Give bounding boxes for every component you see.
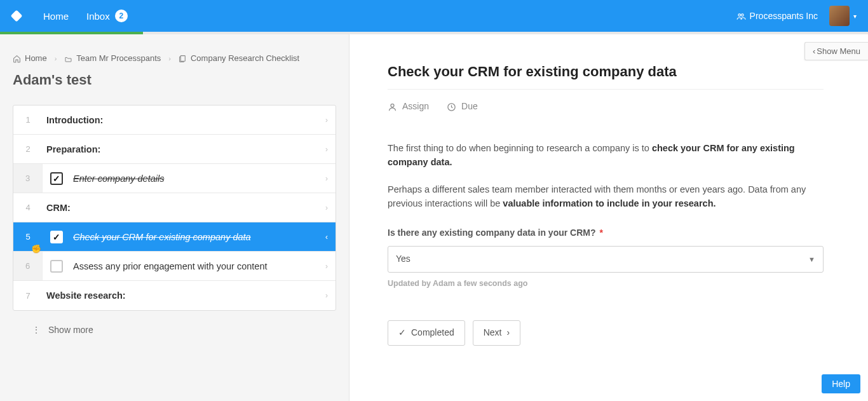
chevron-left-icon: ‹: [325, 233, 328, 241]
breadcrumb-template-label: Company Research Checklist: [191, 53, 299, 63]
help-label: Help: [832, 379, 850, 389]
breadcrumb-home[interactable]: Home: [13, 53, 47, 63]
nav-home-label: Home: [43, 11, 69, 22]
org-icon: [736, 11, 746, 21]
help-button[interactable]: Help: [822, 374, 860, 393]
next-button[interactable]: Next ›: [473, 320, 520, 346]
step-number: 2: [13, 144, 43, 154]
detail-title: Check your CRM for existing company data: [388, 64, 824, 90]
show-menu-label: Show Menu: [817, 46, 860, 56]
right-panel: ‹ Show Menu Check your CRM for existing …: [349, 34, 868, 401]
clock-icon: [447, 101, 456, 112]
breadcrumb-template[interactable]: Company Research Checklist: [179, 53, 299, 63]
assign-button[interactable]: Assign: [388, 101, 429, 112]
folder-icon: [64, 53, 72, 63]
inbox-count-badge: 2: [115, 10, 128, 22]
top-bar: Home Inbox 2 Processpants Inc ▾: [0, 0, 868, 32]
chevron-right-icon: ›: [55, 55, 57, 62]
chevron-down-icon: ▼: [808, 254, 815, 265]
chevron-left-icon: ‹: [813, 46, 815, 56]
chevron-right-icon: ›: [325, 116, 328, 125]
chevron-right-icon: ›: [325, 174, 328, 183]
step-label: Introduction:: [43, 115, 325, 125]
nav-inbox-label: Inbox: [86, 11, 110, 22]
svg-point-4: [391, 104, 394, 107]
svg-rect-0: [11, 10, 23, 22]
breadcrumb-team-label: Team Mr Processpants: [76, 53, 161, 63]
svg-point-1: [738, 14, 741, 17]
assign-label: Assign: [402, 101, 429, 111]
chevron-right-icon: ›: [325, 291, 328, 300]
step-preparation[interactable]: 2 Preparation: ›: [13, 135, 336, 164]
text-span: The first thing to do when beginning to …: [388, 143, 652, 153]
nav-inbox[interactable]: Inbox 2: [86, 10, 128, 22]
step-enter-company[interactable]: 3 Enter company details ›: [13, 164, 336, 193]
checklist: 1 Introduction: › 2 Preparation: › 3 Ent…: [13, 105, 336, 311]
field-meta: Updated by Adam a few seconds ago: [388, 278, 824, 290]
step-number: 7: [13, 291, 43, 301]
detail-panel: Check your CRM for existing company data…: [349, 34, 868, 346]
detail-paragraph: Perhaps a different sales team member in…: [388, 182, 824, 211]
avatar[interactable]: [829, 6, 850, 26]
template-icon: [179, 53, 187, 63]
nav-home[interactable]: Home: [43, 11, 69, 22]
step-crm[interactable]: 4 CRM: ›: [13, 193, 336, 222]
step-website-research[interactable]: 7 Website research: ›: [13, 281, 336, 310]
text-bold: valuable information to include in your …: [503, 198, 715, 208]
svg-rect-3: [180, 56, 185, 62]
step-label: Website research:: [43, 290, 325, 301]
select-value: Yes: [396, 252, 410, 266]
app-logo[interactable]: [9, 8, 24, 24]
step-assess-engagement[interactable]: 6 Assess any prior engagement with your …: [13, 252, 336, 281]
check-icon: ✓: [398, 326, 406, 340]
field-label: Is there any existing company data in yo…: [388, 226, 824, 240]
chevron-right-icon: ›: [507, 326, 510, 340]
chevron-right-icon: ›: [325, 262, 328, 271]
show-menu-button[interactable]: ‹ Show Menu: [804, 42, 868, 60]
show-more-button[interactable]: ⋮ Show more: [32, 325, 336, 335]
chevron-right-icon: ›: [168, 55, 171, 62]
breadcrumb: Home › Team Mr Processpants › Company Re…: [13, 53, 336, 63]
action-buttons: ✓ Completed Next ›: [388, 320, 824, 346]
step-number: 6: [13, 252, 43, 280]
chevron-right-icon: ›: [325, 145, 328, 154]
step-number: 1: [13, 115, 43, 125]
step-checkbox[interactable]: [50, 172, 63, 185]
required-mark: *: [599, 228, 602, 238]
due-button[interactable]: Due: [447, 101, 478, 112]
detail-actions: Assign Due: [388, 101, 824, 112]
user-icon: [388, 101, 397, 112]
drag-handle-icon[interactable]: ✊: [31, 244, 41, 254]
page-title: Adam's test: [13, 72, 336, 88]
left-panel: Home › Team Mr Processpants › Company Re…: [0, 34, 349, 401]
breadcrumb-home-label: Home: [25, 53, 47, 63]
step-label: Check your CRM for existing company data: [63, 232, 325, 242]
step-check-crm[interactable]: 5 Check your CRM for existing company da…: [13, 222, 336, 252]
step-number: 4: [13, 203, 43, 212]
logo-icon: [8, 7, 25, 25]
step-introduction[interactable]: 1 Introduction: ›: [13, 105, 336, 135]
completed-button[interactable]: ✓ Completed: [388, 320, 465, 346]
step-label: Enter company details: [63, 173, 325, 184]
crm-data-select[interactable]: Yes ▼: [388, 246, 824, 273]
due-label: Due: [461, 101, 478, 111]
org-switcher[interactable]: Processpants Inc: [736, 11, 818, 21]
detail-body: The first thing to do when beginning to …: [388, 141, 824, 346]
detail-paragraph: The first thing to do when beginning to …: [388, 141, 824, 170]
step-checkbox[interactable]: [50, 260, 63, 273]
breadcrumb-team[interactable]: Team Mr Processpants: [64, 53, 161, 63]
next-label: Next: [484, 326, 502, 340]
home-icon: [13, 53, 21, 63]
step-number: 5: [13, 232, 43, 241]
show-more-label: Show more: [48, 325, 93, 335]
step-number: 3: [13, 164, 43, 193]
question-text: Is there any existing company data in yo…: [388, 228, 596, 238]
completed-label: Completed: [411, 326, 454, 340]
chevron-right-icon: ›: [325, 203, 328, 212]
more-icon: ⋮: [32, 325, 41, 335]
avatar-caret-icon[interactable]: ▾: [853, 13, 857, 20]
org-name: Processpants Inc: [750, 11, 818, 21]
step-checkbox[interactable]: [50, 231, 63, 243]
svg-point-2: [741, 14, 743, 17]
step-label: Preparation:: [43, 144, 325, 154]
